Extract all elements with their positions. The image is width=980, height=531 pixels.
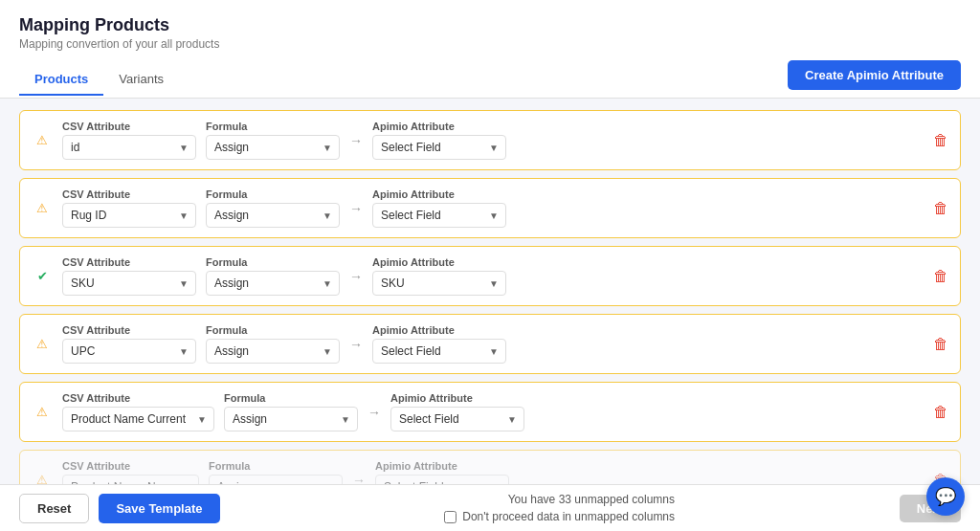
csv-select-wrapper: Product Name Current ▼ — [62, 407, 214, 431]
apimio-field-group: Apimio Attribute Select Field ▼ — [372, 188, 506, 228]
formula-select-wrapper: Assign ▼ — [206, 339, 340, 364]
formula-field-group: Formula Assign ▼ — [206, 256, 340, 296]
footer-actions: Reset Save Template — [19, 494, 220, 523]
delete-row-button[interactable]: 🗑 — [933, 268, 948, 285]
warning-icon: ⚠ — [32, 130, 53, 151]
csv-field-group: CSV Attribute id ▼ — [62, 121, 196, 160]
formula-select[interactable]: Assign — [224, 407, 358, 431]
csv-field-group: CSV Attribute Rug ID ▼ — [62, 188, 196, 228]
delete-row-button[interactable]: 🗑 — [933, 336, 948, 353]
csv-label: CSV Attribute — [62, 121, 196, 132]
arrow-right-icon: → — [349, 337, 363, 352]
apimio-select-wrapper: Select Field ▼ — [372, 203, 506, 228]
apimio-field-group: Apimio Attribute Select Field ▼ — [372, 121, 506, 160]
formula-field-group: Formula Assign ▼ — [206, 121, 340, 160]
csv-label: CSV Attribute — [62, 460, 199, 472]
csv-label: CSV Attribute — [62, 188, 196, 200]
mapping-row: ⚠ CSV Attribute Rug ID ▼ Formula Assign … — [19, 178, 961, 238]
formula-select[interactable]: Assign — [206, 339, 340, 364]
formula-label: Formula — [206, 121, 340, 132]
apimio-select[interactable]: Select Field — [372, 339, 506, 364]
apimio-field-group: Apimio Attribute Select Field ▼ — [390, 392, 524, 431]
csv-select-wrapper: SKU ▼ — [62, 271, 196, 296]
reset-button[interactable]: Reset — [19, 494, 89, 523]
apimio-select[interactable]: Select Field — [375, 475, 509, 484]
page: Mapping Products Mapping convertion of y… — [0, 0, 980, 531]
csv-select[interactable]: Product Name New — [62, 475, 199, 484]
dont-proceed-checkbox[interactable] — [444, 511, 457, 523]
csv-field-group: CSV Attribute Product Name New ▼ — [62, 460, 199, 484]
csv-label: CSV Attribute — [62, 324, 196, 336]
formula-label: Formula — [206, 188, 340, 200]
csv-select-wrapper: Rug ID ▼ — [62, 203, 196, 228]
csv-field-group: CSV Attribute UPC ▼ — [62, 324, 196, 364]
unmapped-count-text: You have 33 unmapped columns — [508, 493, 675, 506]
apimio-select[interactable]: SKU — [372, 271, 506, 296]
mapping-row: ⚠ CSV Attribute Product Name Current ▼ F… — [19, 382, 961, 442]
delete-row-button[interactable]: 🗑 — [933, 132, 948, 149]
warning-icon: ⚠ — [32, 402, 53, 423]
csv-select[interactable]: Product Name Current — [62, 407, 214, 431]
apimio-label: Apimio Attribute — [372, 256, 506, 268]
delete-row-button[interactable]: 🗑 — [933, 404, 948, 421]
tab-products[interactable]: Products — [19, 64, 103, 96]
csv-label: CSV Attribute — [62, 392, 214, 404]
formula-select[interactable]: Assign — [209, 475, 343, 484]
apimio-field-group: Apimio Attribute Select Field ▼ — [372, 324, 506, 364]
mapping-row: ⚠ CSV Attribute id ▼ Formula Assign ▼ — [19, 110, 961, 170]
csv-select[interactable]: UPC — [62, 339, 196, 364]
arrow-right-icon: → — [352, 473, 366, 485]
warning-icon: ⚠ — [32, 334, 53, 355]
formula-select-wrapper: Assign ▼ — [206, 271, 340, 296]
formula-field-group: Formula Assign ▼ — [209, 460, 343, 484]
formula-label: Formula — [206, 324, 340, 336]
formula-select-wrapper: Assign ▼ — [206, 135, 340, 160]
apimio-select-wrapper: SKU ▼ — [372, 271, 506, 296]
formula-select-wrapper: Assign ▼ — [224, 407, 358, 431]
mapping-area: ⚠ CSV Attribute id ▼ Formula Assign ▼ — [0, 99, 980, 484]
formula-field-group: Formula Assign ▼ — [206, 188, 340, 228]
apimio-select[interactable]: Select Field — [390, 407, 524, 431]
formula-label: Formula — [206, 256, 340, 268]
csv-select[interactable]: Rug ID — [62, 203, 196, 228]
apimio-select-wrapper: Select Field ▼ — [390, 407, 524, 431]
apimio-label: Apimio Attribute — [372, 121, 506, 132]
apimio-select[interactable]: Select Field — [372, 135, 506, 160]
mapping-row: ⚠ CSV Attribute UPC ▼ Formula Assign ▼ — [19, 314, 961, 374]
tab-variants[interactable]: Variants — [103, 64, 179, 96]
csv-field-group: CSV Attribute Product Name Current ▼ — [62, 392, 214, 431]
chat-icon[interactable]: 💬 — [926, 477, 965, 516]
page-title: Mapping Products — [19, 15, 961, 35]
save-template-button[interactable]: Save Template — [99, 494, 219, 523]
apimio-select-wrapper: Select Field ▼ — [372, 135, 506, 160]
apimio-select[interactable]: Select Field — [372, 203, 506, 228]
tab-bar: Products Variants — [19, 64, 179, 95]
apimio-select-wrapper: Select Field ▼ — [372, 339, 506, 364]
apimio-field-group: Apimio Attribute SKU ▼ — [372, 256, 506, 296]
page-header: Mapping Products Mapping convertion of y… — [0, 0, 980, 51]
arrow-right-icon: → — [349, 201, 363, 216]
formula-label: Formula — [224, 392, 358, 404]
apimio-select-wrapper: Select Field ▼ — [375, 475, 509, 484]
apimio-label: Apimio Attribute — [372, 188, 506, 200]
csv-select[interactable]: SKU — [62, 271, 196, 296]
csv-select-wrapper: UPC ▼ — [62, 339, 196, 364]
csv-select[interactable]: id — [62, 135, 196, 160]
apimio-label: Apimio Attribute — [375, 460, 509, 472]
apimio-label: Apimio Attribute — [390, 392, 524, 404]
success-icon: ✔ — [32, 266, 53, 287]
formula-select[interactable]: Assign — [206, 135, 340, 160]
warning-icon: ⚠ — [32, 470, 53, 485]
page-footer: Reset Save Template You have 33 unmapped… — [0, 484, 980, 531]
formula-select-wrapper: Assign ▼ — [209, 475, 343, 484]
tabs-row: Products Variants Create Apimio Attribut… — [0, 51, 980, 99]
delete-row-button[interactable]: 🗑 — [933, 200, 948, 217]
formula-field-group: Formula Assign ▼ — [224, 392, 358, 431]
mapping-row: ✔ CSV Attribute SKU ▼ Formula Assign ▼ — [19, 246, 961, 306]
apimio-field-group: Apimio Attribute Select Field ▼ — [375, 460, 509, 484]
formula-label: Formula — [209, 460, 343, 472]
create-apimio-attribute-button[interactable]: Create Apimio Attribute — [788, 60, 961, 90]
formula-select[interactable]: Assign — [206, 203, 340, 228]
formula-select[interactable]: Assign — [206, 271, 340, 296]
page-subtitle: Mapping convertion of your all products — [19, 37, 961, 51]
